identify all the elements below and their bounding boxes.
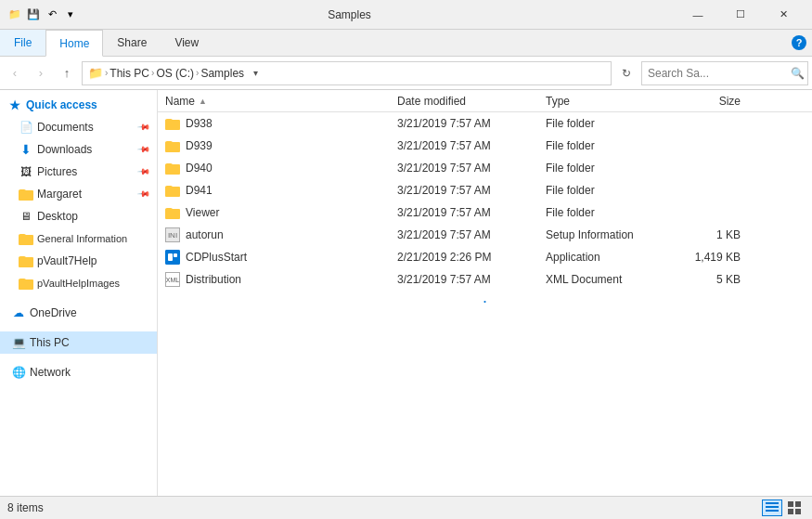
window-title: Samples xyxy=(22,8,677,21)
star-icon: ★ xyxy=(7,97,22,112)
folder-icon-margaret xyxy=(19,187,33,201)
tab-home[interactable]: Home xyxy=(45,30,103,57)
sidebar-item-pvaultimages[interactable]: pVaultHelpImages xyxy=(0,272,157,294)
file-name: D938 xyxy=(165,116,397,131)
title-bar: 📁 💾 ↶ ▾ Samples — ☐ ✕ xyxy=(0,0,812,30)
file-date: 3/21/2019 7:57 AM xyxy=(397,117,546,130)
file-row[interactable]: XML Distribution 3/21/2019 7:57 AM XML D… xyxy=(158,268,812,291)
file-row[interactable]: D941 3/21/2019 7:57 AM File folder xyxy=(158,179,812,201)
app-icon xyxy=(165,250,180,265)
back-button[interactable]: ‹ xyxy=(4,62,26,84)
path-drive[interactable]: OS (C:) xyxy=(156,67,194,80)
view-details-button[interactable] xyxy=(762,500,782,516)
svg-rect-2 xyxy=(174,253,177,257)
main-area: ★ Quick access 📄 Documents 📌 ⬇ Downloads… xyxy=(0,90,812,496)
sidebar-item-thispc[interactable]: 💻 This PC xyxy=(0,331,157,354)
onedrive-icon: ☁ xyxy=(11,305,26,320)
view-controls xyxy=(762,500,805,516)
file-name: D939 xyxy=(165,138,397,153)
doc-icon: 📄 xyxy=(19,120,33,135)
path-thispc[interactable]: This PC xyxy=(110,67,149,80)
file-date: 3/21/2019 7:57 AM xyxy=(397,139,546,152)
ribbon-tabs: File Home Share View ? xyxy=(0,30,812,56)
sidebar-item-pictures[interactable]: 🖼 Pictures 📌 xyxy=(0,161,157,183)
xml-icon: XML xyxy=(165,272,180,287)
col-size-header[interactable]: Size xyxy=(666,95,741,108)
file-date: 3/21/2019 7:57 AM xyxy=(397,206,546,219)
folder-icon: 📁 xyxy=(7,7,22,22)
help-button[interactable]: ? xyxy=(786,30,812,56)
file-row[interactable]: D940 3/21/2019 7:57 AM File folder xyxy=(158,157,812,179)
sidebar-item-network[interactable]: 🌐 Network xyxy=(0,361,157,383)
folder-icon xyxy=(165,116,180,131)
search-box[interactable]: 🔍 xyxy=(641,61,808,85)
file-type: File folder xyxy=(546,184,666,197)
pc-icon: 💻 xyxy=(11,335,26,350)
file-name: Viewer xyxy=(165,205,397,220)
desktop-icon: 🖥 xyxy=(19,209,33,224)
sidebar: ★ Quick access 📄 Documents 📌 ⬇ Downloads… xyxy=(0,90,158,496)
refresh-button[interactable]: ↻ xyxy=(615,62,638,84)
search-icon[interactable]: 🔍 xyxy=(791,67,805,80)
spacer3 xyxy=(0,354,157,361)
sidebar-item-onedrive[interactable]: ☁ OneDrive xyxy=(0,302,157,324)
file-row[interactable]: CDPlusStart 2/21/2019 2:26 PM Applicatio… xyxy=(158,246,812,268)
file-row[interactable]: D939 3/21/2019 7:57 AM File folder xyxy=(158,135,812,157)
file-row[interactable]: Viewer 3/21/2019 7:57 AM File folder xyxy=(158,201,812,224)
tab-share[interactable]: Share xyxy=(103,30,161,56)
folder-icon xyxy=(165,205,180,220)
sidebar-quickaccess-header: ★ Quick access xyxy=(0,94,157,116)
sidebar-item-downloads[interactable]: ⬇ Downloads 📌 xyxy=(0,138,157,161)
tab-view[interactable]: View xyxy=(161,30,213,56)
help-icon[interactable]: ? xyxy=(792,35,806,50)
spacer2 xyxy=(0,324,157,331)
path-folder[interactable]: Samples xyxy=(200,67,244,80)
spacer1 xyxy=(0,294,157,302)
file-type: File folder xyxy=(546,139,666,152)
file-row[interactable]: INI autorun 3/21/2019 7:57 AM Setup Info… xyxy=(158,224,812,246)
col-type-header[interactable]: Type xyxy=(546,95,666,108)
file-type: Setup Information xyxy=(546,228,666,241)
folder-icon-pvault xyxy=(19,253,33,268)
sidebar-item-desktop[interactable]: 🖥 Desktop xyxy=(0,205,157,227)
svg-rect-1 xyxy=(168,253,173,261)
file-date: 3/21/2019 7:57 AM xyxy=(397,273,546,286)
folder-icon-geninfo xyxy=(19,231,33,246)
file-size: 5 KB xyxy=(666,273,741,286)
file-row[interactable]: D938 3/21/2019 7:57 AM File folder xyxy=(158,112,812,135)
file-date: 3/21/2019 7:57 AM xyxy=(397,228,546,241)
status-bar: 8 items xyxy=(0,496,812,518)
sidebar-item-pvault7[interactable]: pVault7Help xyxy=(0,250,157,272)
network-icon: 🌐 xyxy=(11,365,26,380)
svg-rect-3 xyxy=(766,502,779,504)
address-bar: ‹ › ↑ 📁 › This PC › OS (C:) › Samples ▾ … xyxy=(0,57,812,90)
file-name: D941 xyxy=(165,183,397,198)
col-name-header[interactable]: Name ▲ xyxy=(165,95,397,108)
sort-arrow: ▲ xyxy=(199,97,207,106)
col-date-header[interactable]: Date modified xyxy=(397,95,546,108)
file-type: XML Document xyxy=(546,273,666,286)
pin-icon-margaret: 📌 xyxy=(137,188,151,201)
view-large-button[interactable] xyxy=(784,500,805,516)
file-name: XML Distribution xyxy=(165,272,397,287)
sidebar-item-generalinfo[interactable]: General Information xyxy=(0,227,157,250)
svg-rect-4 xyxy=(766,506,779,508)
ribbon: File Home Share View ? xyxy=(0,30,812,57)
pin-icon: 📌 xyxy=(137,121,151,135)
file-name: D940 xyxy=(165,161,397,175)
sidebar-item-documents[interactable]: 📄 Documents 📌 xyxy=(0,116,157,138)
up-button[interactable]: ↑ xyxy=(56,62,78,84)
window-controls: — ☐ ✕ xyxy=(677,0,805,30)
tab-file[interactable]: File xyxy=(0,30,45,56)
svg-rect-7 xyxy=(795,501,801,507)
forward-button[interactable]: › xyxy=(30,62,52,84)
search-input[interactable] xyxy=(648,67,787,80)
maximize-button[interactable]: ☐ xyxy=(719,0,762,30)
file-type: File folder xyxy=(546,117,666,130)
svg-rect-9 xyxy=(795,509,801,514)
sidebar-item-margaret[interactable]: Margaret 📌 xyxy=(0,183,157,205)
path-dropdown-arrow[interactable]: ▾ xyxy=(246,61,264,85)
address-path[interactable]: 📁 › This PC › OS (C:) › Samples ▾ xyxy=(82,61,612,85)
minimize-button[interactable]: — xyxy=(677,0,719,30)
close-button[interactable]: ✕ xyxy=(762,0,805,30)
